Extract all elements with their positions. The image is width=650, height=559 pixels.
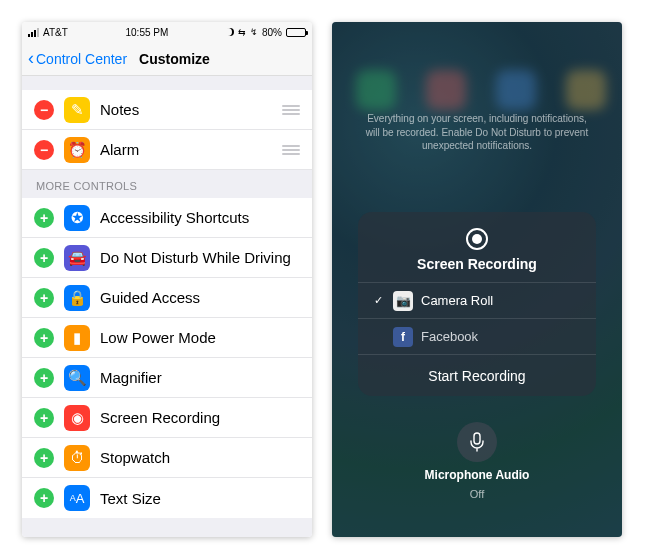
start-recording-button[interactable]: Start Recording [358, 354, 596, 396]
more-row[interactable]: + 🔒 Guided Access [22, 278, 312, 318]
reorder-handle-icon[interactable] [282, 145, 300, 155]
stopwatch-icon: ⏱ [64, 445, 90, 471]
add-button[interactable]: + [34, 488, 54, 508]
microphone-label: Microphone Audio [425, 468, 530, 482]
recording-sheet: Screen Recording 📷 Camera Roll f Faceboo… [358, 212, 596, 396]
row-label: Low Power Mode [100, 329, 300, 346]
status-bar: AT&T 10:55 PM ⇆ ↯ 80% [22, 22, 312, 42]
destination-facebook[interactable]: f Facebook [358, 318, 596, 354]
recording-hint: Everything on your screen, including not… [332, 112, 622, 153]
more-row[interactable]: + ✪ Accessibility Shortcuts [22, 198, 312, 238]
alarm-icon: ⏰ [64, 137, 90, 163]
more-row[interactable]: + ◉ Screen Recording [22, 398, 312, 438]
more-row[interactable]: + ⏱ Stopwatch [22, 438, 312, 478]
add-button[interactable]: + [34, 288, 54, 308]
facebook-icon: f [393, 327, 413, 347]
more-row[interactable]: + 🚘 Do Not Disturb While Driving [22, 238, 312, 278]
destination-label: Camera Roll [421, 293, 493, 308]
settings-screen: AT&T 10:55 PM ⇆ ↯ 80% ‹ Control Center C… [22, 22, 312, 537]
microphone-icon[interactable] [457, 422, 497, 462]
svg-rect-0 [474, 433, 480, 444]
section-header: MORE CONTROLS [22, 170, 312, 198]
signal-icon [28, 28, 39, 37]
lock-icon: 🔒 [64, 285, 90, 311]
carrier-label: AT&T [43, 27, 68, 38]
add-button[interactable]: + [34, 328, 54, 348]
remove-button[interactable]: − [34, 100, 54, 120]
row-label: Text Size [100, 490, 300, 507]
battery-icon [286, 28, 306, 37]
sheet-title: Screen Recording [417, 256, 537, 272]
reorder-handle-icon[interactable] [282, 105, 300, 115]
included-row[interactable]: − ⏰ Alarm [22, 130, 312, 170]
more-row[interactable]: + AA Text Size [22, 478, 312, 518]
row-label: Magnifier [100, 369, 300, 386]
back-button[interactable]: Control Center [36, 51, 127, 67]
row-label: Guided Access [100, 289, 300, 306]
battery-mode-icon: ▮ [64, 325, 90, 351]
nav-bar: ‹ Control Center Customize [22, 42, 312, 76]
back-chevron-icon[interactable]: ‹ [28, 48, 34, 69]
microphone-block[interactable]: Microphone Audio Off [332, 422, 622, 500]
notes-icon: ✎ [64, 97, 90, 123]
destination-label: Facebook [421, 329, 478, 344]
controls-list: − ✎ Notes − ⏰ Alarm MORE CONTROLS + ✪ Ac… [22, 76, 312, 537]
record-icon: ◉ [64, 405, 90, 431]
record-circle-icon [466, 228, 488, 250]
microphone-state: Off [470, 488, 484, 500]
row-label: Alarm [100, 141, 282, 158]
add-button[interactable]: + [34, 208, 54, 228]
battery-pct: 80% [262, 27, 282, 38]
clock: 10:55 PM [126, 27, 169, 38]
car-icon: 🚘 [64, 245, 90, 271]
row-label: Accessibility Shortcuts [100, 209, 300, 226]
do-not-disturb-icon [226, 28, 234, 36]
add-button[interactable]: + [34, 248, 54, 268]
recording-sheet-screen: Everything on your screen, including not… [332, 22, 622, 537]
add-button[interactable]: + [34, 448, 54, 468]
remove-button[interactable]: − [34, 140, 54, 160]
accessibility-icon: ✪ [64, 205, 90, 231]
add-button[interactable]: + [34, 408, 54, 428]
text-size-icon: AA [64, 485, 90, 511]
add-button[interactable]: + [34, 368, 54, 388]
destination-camera-roll[interactable]: 📷 Camera Roll [358, 282, 596, 318]
row-label: Stopwatch [100, 449, 300, 466]
row-label: Do Not Disturb While Driving [100, 249, 300, 266]
included-row[interactable]: − ✎ Notes [22, 90, 312, 130]
page-title: Customize [139, 51, 210, 67]
row-label: Screen Recording [100, 409, 300, 426]
magnifier-icon: 🔍 [64, 365, 90, 391]
more-row[interactable]: + ▮ Low Power Mode [22, 318, 312, 358]
camera-icon: 📷 [393, 291, 413, 311]
more-row[interactable]: + 🔍 Magnifier [22, 358, 312, 398]
row-label: Notes [100, 101, 282, 118]
